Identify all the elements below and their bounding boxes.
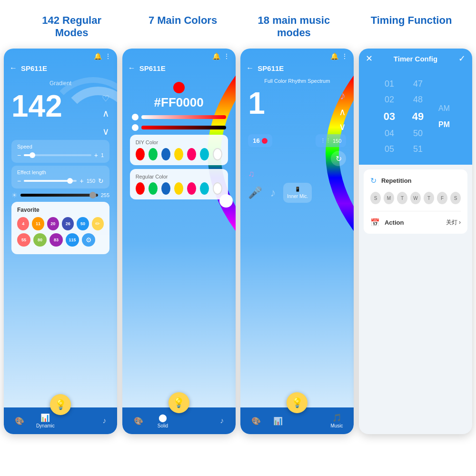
reg-color-cyan[interactable] xyxy=(200,182,209,195)
refresh-icon-1[interactable]: ↻ xyxy=(98,177,104,185)
min-51[interactable]: 51 xyxy=(413,141,423,157)
am-item[interactable]: AM xyxy=(438,104,450,113)
min-50[interactable]: 50 xyxy=(413,126,423,141)
count-16-control[interactable]: 16 xyxy=(248,134,272,147)
repetition-row: ↻ Repetition xyxy=(370,176,461,185)
count-150-control[interactable]: ⋮⋮ 150 xyxy=(316,134,346,147)
music-icon-active: 🎵 xyxy=(332,413,342,422)
reg-color-blue[interactable] xyxy=(161,182,170,195)
screen3-music-modes: 🔔 ⋮ ← SP611E Full Color Rhythm Spectrum … xyxy=(240,49,354,434)
effect-minus[interactable]: − xyxy=(17,177,21,185)
hour-02[interactable]: 02 xyxy=(385,92,394,108)
music-chevron-down[interactable]: ∨ xyxy=(248,121,346,132)
repetition-label: Repetition xyxy=(381,177,412,184)
dynamic-icon-3: 📊 xyxy=(273,416,283,426)
fav-item-4[interactable]: 4 xyxy=(17,217,29,230)
day-M[interactable]: M xyxy=(384,192,394,204)
nav-item-paint-2[interactable]: 🎨 xyxy=(134,416,143,426)
inner-mic-btn[interactable]: 📱 Inner Mic. xyxy=(283,183,312,203)
diy-color-yellow[interactable] xyxy=(174,148,183,160)
slider-handle-2[interactable] xyxy=(132,124,139,131)
fav-item-80[interactable]: 80 xyxy=(33,233,47,247)
reg-color-pink[interactable] xyxy=(187,182,196,195)
effect-plus[interactable]: + xyxy=(79,177,83,185)
timer-config-section: ↻ Repetition S M T W T F S 📅 Action 关灯 xyxy=(364,169,467,234)
bulb-btn-1[interactable]: 💡 xyxy=(50,394,71,415)
slider-handle-1[interactable] xyxy=(132,114,139,120)
diy-color-pink[interactable] xyxy=(187,148,196,160)
fav-item-50[interactable]: 50 xyxy=(77,217,89,230)
fav-item-26[interactable]: 26 xyxy=(62,217,74,230)
dark-slider[interactable] xyxy=(141,126,226,129)
day-F[interactable]: F xyxy=(437,192,447,204)
red-slider[interactable] xyxy=(141,115,226,119)
nav-item-paint-1[interactable]: 🎨 xyxy=(15,416,24,426)
fav-item-83[interactable]: 83 xyxy=(50,233,63,247)
min-48[interactable]: 48 xyxy=(413,92,423,108)
note-icon-passive[interactable]: ♪ xyxy=(270,186,276,199)
day-W[interactable]: W xyxy=(410,192,421,204)
music-chevron-up[interactable]: ∧ xyxy=(339,106,346,118)
diy-color-red[interactable] xyxy=(136,148,145,160)
effect-track[interactable] xyxy=(24,180,77,182)
diy-color-green[interactable] xyxy=(149,148,158,160)
reg-color-red[interactable] xyxy=(136,182,145,195)
fav-item-115[interactable]: 115 xyxy=(66,233,79,247)
day-S2[interactable]: S xyxy=(450,192,461,204)
inner-mic-icon: 📱 xyxy=(295,187,300,192)
feature2-label: 7 Main Colors xyxy=(149,14,217,27)
reg-color-white[interactable] xyxy=(213,182,222,195)
action-label: Action xyxy=(385,219,404,226)
action-value[interactable]: 关灯 › xyxy=(446,218,461,227)
effect-thumb[interactable] xyxy=(67,178,73,184)
speed-minus[interactable]: − xyxy=(17,151,21,159)
hour-03[interactable]: 03 xyxy=(384,108,395,126)
mic-icon[interactable]: 🎤 xyxy=(248,186,262,199)
diy-color-cyan[interactable] xyxy=(200,148,209,160)
brightness-slider[interactable] xyxy=(20,194,98,197)
fav-row-1: 4 11 20 26 50 ✏ xyxy=(17,217,104,230)
fav-item-55[interactable]: 55 xyxy=(17,233,30,247)
refresh-btn[interactable]: ↻ xyxy=(331,151,346,166)
close-btn-timer[interactable]: ✕ xyxy=(366,53,373,64)
diy-color-white[interactable] xyxy=(213,148,222,160)
nav-item-music-active[interactable]: 🎵 Music xyxy=(330,413,343,428)
speed-track[interactable] xyxy=(24,154,91,156)
nav-item-dynamic-3[interactable]: 📊 xyxy=(273,416,283,426)
back-icon-1[interactable]: ← xyxy=(10,64,17,72)
bulb-btn-2[interactable]: 💡 xyxy=(169,392,189,413)
day-T1[interactable]: T xyxy=(397,192,407,204)
nav-item-paint-3[interactable]: 🎨 xyxy=(251,416,261,426)
min-49[interactable]: 49 xyxy=(412,108,424,126)
hour-04[interactable]: 04 xyxy=(385,126,394,141)
diy-color-blue[interactable] xyxy=(161,148,170,160)
regular-color-section: Regular Color xyxy=(130,169,228,199)
edit-btn[interactable]: ✏ xyxy=(92,217,104,230)
back-icon-2[interactable]: ← xyxy=(128,64,136,72)
day-T2[interactable]: T xyxy=(424,192,434,204)
pm-item[interactable]: PM xyxy=(438,120,450,129)
reg-color-yellow[interactable] xyxy=(174,182,183,195)
reg-color-green[interactable] xyxy=(149,182,158,195)
hour-01[interactable]: 01 xyxy=(385,76,394,92)
color-dot-red[interactable] xyxy=(173,82,185,93)
nav-item-solid[interactable]: ⬤ Solid xyxy=(158,413,168,428)
bulb-btn-3[interactable]: 💡 xyxy=(287,392,307,413)
brightness-thumb[interactable] xyxy=(89,192,96,198)
hour-05[interactable]: 05 xyxy=(385,141,394,157)
fav-item-20[interactable]: 20 xyxy=(47,217,59,230)
confirm-btn-timer[interactable]: ✓ xyxy=(458,53,466,64)
nav-item-music-1[interactable]: ♪ xyxy=(102,416,106,425)
settings-icon[interactable]: ⚙ xyxy=(82,233,95,247)
fav-item-11[interactable]: 11 xyxy=(32,217,44,230)
nav-item-music-2[interactable]: ♪ xyxy=(220,416,224,425)
status-bar-2: 🔔 ⋮ xyxy=(122,49,236,62)
back-icon-3[interactable]: ← xyxy=(246,64,254,72)
hex-display[interactable]: #FF0000 xyxy=(130,95,228,110)
speed-thumb[interactable] xyxy=(30,152,35,158)
regular-colors-row xyxy=(136,182,222,195)
nav-item-dynamic[interactable]: 📊 Dynamic xyxy=(36,413,55,428)
day-S1[interactable]: S xyxy=(370,192,381,204)
menu-icon-2: ⋮ xyxy=(223,52,230,60)
min-47[interactable]: 47 xyxy=(413,76,423,92)
